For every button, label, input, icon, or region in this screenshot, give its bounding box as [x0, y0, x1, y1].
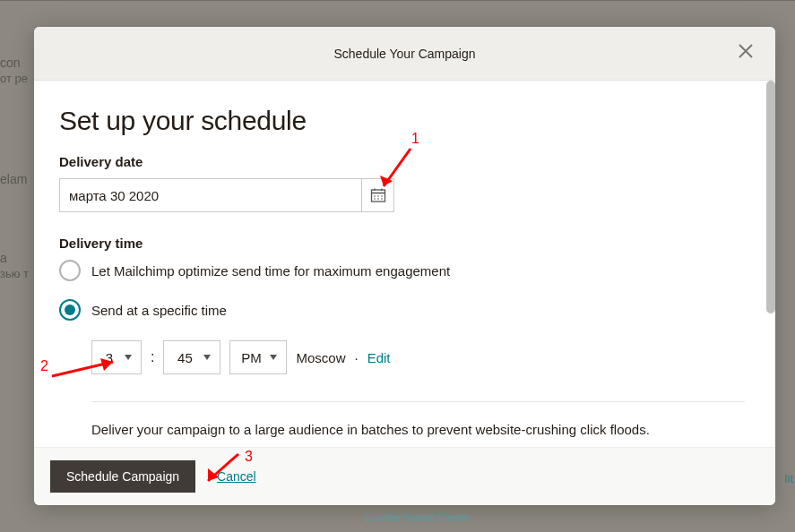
- edit-timezone-link[interactable]: Edit: [367, 350, 391, 365]
- close-button[interactable]: [738, 43, 759, 64]
- bg-text: elam: [0, 172, 27, 186]
- chevron-down-icon: [270, 355, 277, 360]
- ampm-value: PM: [239, 350, 263, 365]
- svg-point-6: [381, 195, 383, 197]
- calendar-button[interactable]: [361, 179, 393, 211]
- bg-text: зью т: [0, 267, 29, 280]
- bg-text: lit: [785, 472, 793, 485]
- time-colon: :: [151, 349, 154, 365]
- chevron-down-icon: [125, 355, 132, 360]
- minute-value: 45: [173, 350, 196, 365]
- radio-specific-label: Send at a specific time: [91, 303, 227, 318]
- page-heading: Set up your schedule: [59, 106, 745, 136]
- minute-select[interactable]: 45: [163, 340, 220, 374]
- scrollbar-thumb[interactable]: [766, 81, 775, 313]
- close-icon: [738, 43, 754, 59]
- schedule-campaign-modal: Schedule Your Campaign Set up your sched…: [34, 27, 775, 505]
- svg-point-7: [374, 198, 376, 200]
- bg-text: от ре: [0, 72, 28, 85]
- radio-optimize[interactable]: [59, 260, 81, 281]
- delivery-date-label: Delivery date: [59, 154, 745, 169]
- timezone-text: Moscow: [296, 350, 345, 365]
- radio-specific[interactable]: [59, 299, 81, 321]
- batch-delivery-text: Deliver your campaign to a large audienc…: [91, 422, 745, 437]
- chevron-down-icon: [203, 355, 211, 360]
- svg-point-4: [374, 195, 376, 197]
- bg-text: Enable Social Cards: [364, 511, 470, 524]
- hour-select[interactable]: 3: [91, 340, 142, 374]
- radio-optimize-label: Let Mailchimp optimize send time for max…: [91, 263, 450, 279]
- bg-text: a: [0, 251, 7, 265]
- delivery-time-label: Delivery time: [59, 236, 745, 251]
- svg-point-8: [377, 198, 379, 200]
- svg-point-5: [377, 195, 379, 197]
- bg-text: con: [0, 56, 21, 70]
- time-selector-row: 3 : 45 PM Moscow · Edit: [91, 340, 745, 374]
- cancel-link[interactable]: Cancel: [217, 469, 256, 484]
- svg-point-9: [381, 198, 383, 200]
- schedule-campaign-button[interactable]: Schedule Campaign: [50, 460, 195, 493]
- radio-specific-row[interactable]: Send at a specific time: [59, 299, 745, 321]
- calendar-icon: [370, 187, 386, 203]
- hour-value: 3: [101, 350, 117, 365]
- radio-optimize-row[interactable]: Let Mailchimp optimize send time for max…: [59, 260, 745, 281]
- delivery-date-field: [59, 178, 394, 212]
- modal-footer: Schedule Campaign Cancel: [34, 447, 775, 505]
- modal-header: Schedule Your Campaign: [34, 27, 775, 81]
- modal-title: Schedule Your Campaign: [333, 47, 475, 61]
- delivery-date-input[interactable]: [60, 188, 361, 203]
- divider: [91, 401, 745, 402]
- ampm-select[interactable]: PM: [229, 340, 287, 374]
- modal-body: Set up your schedule Delivery date Deliv…: [34, 81, 775, 447]
- tz-separator: ·: [354, 350, 358, 365]
